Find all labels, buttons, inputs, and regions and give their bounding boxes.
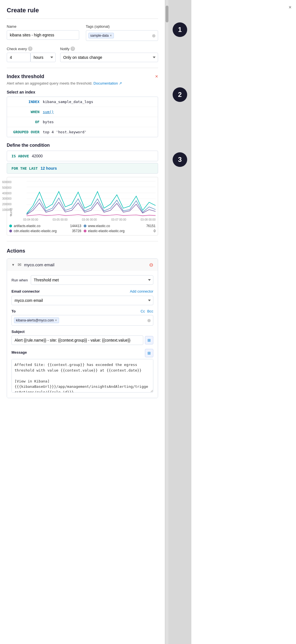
of-row: OF bytes [7, 117, 158, 127]
connector-select[interactable]: myco.com email [11, 296, 153, 305]
grouped-value: top 4 'host.keyword' [43, 130, 87, 134]
cc-button[interactable]: Cc [140, 309, 145, 313]
connector-header: Email connector Add connector [11, 289, 153, 293]
legend-item-4: elastic-elastic-elastic.org 0 [84, 229, 156, 233]
email-tag-text: kibana-alerts@myco.com [16, 318, 54, 322]
bcc-button[interactable]: Bcc [147, 309, 153, 313]
notify-select[interactable]: Only on status change On each check inte… [60, 53, 158, 62]
tags-clear-icon[interactable]: ⊗ [152, 33, 156, 38]
legend-label-3: cdn.elastic-elastic-elastic.org [14, 229, 70, 233]
connector-label: Email connector [11, 289, 40, 293]
condition-title: Define the condition [7, 143, 158, 148]
index-threshold-section: Index threshold × Alert when an aggregat… [7, 74, 158, 235]
section-title: Index threshold [7, 74, 44, 80]
legend-value-4: 0 [154, 229, 156, 233]
check-every-label: Check every [7, 47, 27, 51]
notify-group: Notify ? Only on status change On each c… [60, 46, 158, 62]
select-index-label: Select an index [7, 90, 158, 94]
define-condition: Define the condition IS ABOVE 42000 FOR … [7, 143, 158, 174]
run-when-label: Run when [11, 278, 28, 282]
check-every-number-input[interactable] [7, 53, 30, 62]
index-keyword: INDEX [11, 100, 39, 104]
scrollbar-track [165, 0, 168, 644]
page-title: Create rule [7, 7, 158, 19]
tag-text: sample-data [90, 34, 109, 38]
scrollbar-thumb[interactable] [166, 6, 168, 22]
section-divider-1 [7, 68, 158, 68]
legend-dot-4 [84, 230, 86, 232]
notify-help-icon[interactable]: ? [71, 46, 75, 51]
subject-row: ⊞ [11, 335, 153, 345]
action-card-body: Run when Threshold met Threshold not met… [7, 271, 158, 398]
index-row: INDEX kibana_sample_data_logs [7, 97, 158, 107]
when-row: WHEN sum() [7, 107, 158, 117]
chart-area [27, 181, 156, 217]
email-clear-icon[interactable]: ⊗ [147, 318, 151, 323]
for-last-row: FOR THE LAST 12 hours [7, 163, 158, 174]
action-name: myco.com email [24, 262, 146, 267]
name-input[interactable] [7, 30, 79, 40]
name-label: Name [7, 24, 79, 29]
index-config: INDEX kibana_sample_data_logs WHEN sum()… [7, 97, 158, 137]
cc-bcc-group: Cc Bcc [140, 309, 153, 313]
subject-input[interactable] [11, 335, 143, 345]
for-last-keyword: FOR THE LAST [11, 166, 38, 171]
legend-item-1: artifacts.elastic.co 144413 [9, 224, 81, 228]
section-header: Index threshold × [7, 74, 158, 80]
chart-wrapper: sum() 600000 500000 400000 300000 200000… [9, 181, 156, 217]
section-divider-2 [7, 241, 158, 241]
step-2-badge: 2 [173, 87, 187, 102]
tag-badge-sample-data: sample-data × [88, 33, 114, 38]
index-value: kibana_sample_data_logs [43, 100, 93, 104]
legend-item-3: cdn.elastic-elastic-elastic.org 35728 [9, 229, 81, 233]
of-keyword: OF [11, 120, 39, 124]
to-row: To Cc Bcc [11, 309, 153, 313]
grouped-over-row: GROUPED OVER top 4 'host.keyword' [7, 127, 158, 137]
y-axis-labels: 600000 500000 400000 300000 200000 10000… [0, 181, 11, 217]
remove-action-button[interactable]: ⊖ [149, 262, 153, 267]
email-tag-remove-icon[interactable]: × [55, 318, 57, 322]
email-to-input[interactable]: kibana-alerts@myco.com × ⊗ [11, 315, 153, 326]
legend-value-3: 35728 [72, 229, 81, 233]
check-every-help-icon[interactable]: ? [28, 46, 32, 51]
message-textarea[interactable]: Affected Site: {{context.group}} has exc… [11, 359, 153, 393]
remove-section-button[interactable]: × [155, 74, 158, 80]
is-above-row: IS ABOVE 42000 [7, 151, 158, 161]
legend-dot-3 [9, 230, 12, 232]
doc-link[interactable]: Documentation ↗ [93, 81, 122, 85]
actions-title: Actions [7, 248, 158, 254]
notify-label: Notify [60, 47, 69, 51]
legend-dot-1 [9, 225, 12, 227]
run-when-row: Run when Threshold met Threshold not met… [11, 275, 153, 285]
for-last-value: 12 hours [41, 166, 57, 171]
step-badges-panel: 1 2 3 [168, 0, 191, 644]
add-connector-button[interactable]: Add connector [130, 289, 153, 293]
action-card-header: ▼ ✉ myco.com email ⊖ [7, 259, 158, 271]
subject-template-button[interactable]: ⊞ [145, 336, 153, 344]
chevron-down-icon[interactable]: ▼ [11, 263, 15, 267]
check-every-group: Check every ? hours minutes days [7, 46, 56, 62]
chart-inner: 600000 500000 400000 300000 200000 10000… [13, 181, 156, 217]
main-panel: × Create rule Name Tags (optional) sampl… [0, 0, 165, 644]
legend-label-4: elastic-elastic-elastic.org [88, 229, 152, 233]
check-every-unit-select[interactable]: hours minutes days [30, 53, 56, 62]
step-1-badge: 1 [173, 22, 187, 37]
actions-section: Actions ▼ ✉ myco.com email ⊖ Run when Th… [7, 248, 158, 398]
section-subtitle: Alert when an aggregated query meets the… [7, 81, 158, 85]
tag-remove-icon[interactable]: × [110, 34, 112, 38]
legend-label-1: artifacts.elastic.co [14, 224, 68, 228]
message-label: Message [11, 350, 27, 354]
run-when-select[interactable]: Threshold met Threshold not met Alert re… [31, 275, 153, 285]
legend-label-2: www.elastic.co [88, 224, 145, 228]
name-tags-row: Name Tags (optional) sample-data × ⊗ [7, 24, 158, 41]
legend-dot-2 [84, 225, 86, 227]
when-value[interactable]: sum() [43, 110, 54, 114]
when-keyword: WHEN [11, 110, 39, 114]
subject-label: Subject [11, 330, 153, 334]
chart-legend: artifacts.elastic.co 144413 www.elastic.… [9, 224, 156, 233]
tags-input[interactable]: sample-data × ⊗ [86, 30, 158, 41]
is-above-keyword: IS ABOVE [11, 154, 29, 158]
step-3-badge: 3 [173, 152, 187, 167]
message-template-button[interactable]: ⊞ [145, 349, 153, 357]
tags-label: Tags (optional) [86, 24, 158, 29]
